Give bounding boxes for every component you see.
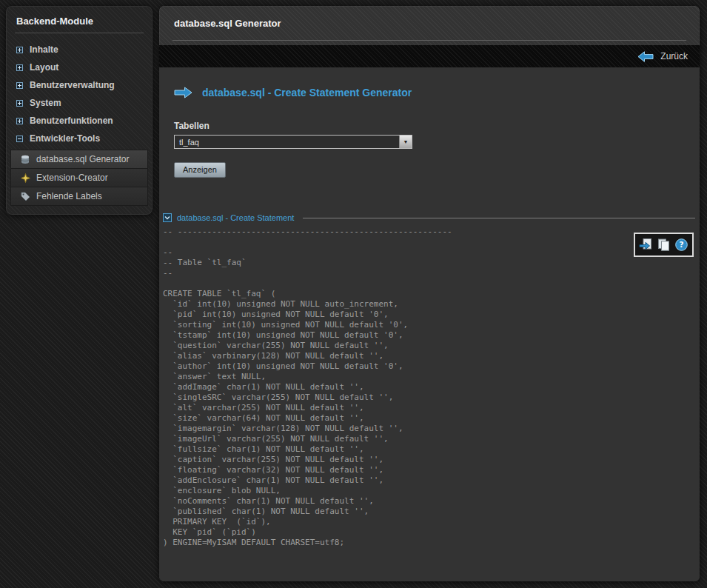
sidebar-item-label: Layout [30,62,58,73]
tables-select-value: tl_faq [175,136,399,148]
result-legend-row: database.sql - Create Statement [163,213,697,222]
sidebar-item-inhalte[interactable]: Inhalte [6,41,153,59]
main-panel: database.sql Generator Zurück database.s… [159,6,700,581]
sidebar-subnav: database.sql Generator Extension-Creator… [10,150,148,206]
expand-icon[interactable] [16,100,23,107]
sidebar-divider [15,33,144,33]
export-icon[interactable] [639,238,653,252]
sidebar-item-entwickler-tools[interactable]: Entwickler-Tools [6,130,153,147]
sidebar-item-layout[interactable]: Layout [6,59,153,76]
header-divider [172,40,686,41]
page-headline: database.sql - Create Statement Generato… [202,87,412,98]
page-title: database.sql Generator [174,18,281,29]
sidebar-item-label: Benutzerfunktionen [30,116,113,126]
code-toolbar: ? [634,233,694,257]
sidebar-item-benutzerfunktionen[interactable]: Benutzerfunktionen [6,112,153,130]
headline-row: database.sql - Create Statement Generato… [174,87,697,98]
arrow-right-icon [174,87,192,98]
sidebar-item-label: database.sql Generator [36,154,129,164]
back-link[interactable]: Zurück [660,51,688,61]
expand-icon[interactable] [16,64,23,71]
main-header: database.sql Generator [159,6,700,45]
back-arrow-icon[interactable] [637,51,654,62]
chevron-down-icon[interactable]: ▼ [399,136,412,148]
expand-icon[interactable] [16,47,23,53]
sidebar-item-label: Benutzerverwaltung [30,80,115,90]
main-content: database.sql - Create Statement Generato… [159,67,700,581]
section-toggle-icon[interactable] [163,213,172,222]
tag-icon [20,192,30,201]
result-fieldset: database.sql - Create Statement -- -----… [163,213,697,548]
sidebar-title: Backend-Module [6,6,153,33]
collapse-icon[interactable] [16,136,23,142]
sidebar-item-label: Inhalte [30,44,58,55]
expand-icon[interactable] [16,82,23,89]
sidebar-item-label: Extension-Creator [36,173,108,183]
expand-icon[interactable] [16,118,23,124]
sidebar-item-extension-creator[interactable]: Extension-Creator [10,168,148,187]
sidebar-item-system[interactable]: System [6,94,153,112]
sidebar-item-benutzerverwaltung[interactable]: Benutzerverwaltung [6,76,153,94]
show-button[interactable]: Anzeigen [174,162,226,178]
result-legend[interactable]: database.sql - Create Statement [177,213,294,222]
database-icon [20,155,30,164]
sql-output: -- -------------------------------------… [163,227,697,548]
sidebar-item-label: Fehlende Labels [36,191,102,201]
back-bar: Zurück [159,45,700,67]
sidebar-item-database-sql-generator[interactable]: database.sql Generator [10,150,148,168]
tables-label: Tabellen [174,121,697,131]
sidebar-item-fehlende-labels[interactable]: Fehlende Labels [10,187,148,206]
legend-rule [303,218,695,218]
sidebar-item-label: Entwickler-Tools [30,133,100,144]
svg-text:?: ? [679,240,683,249]
help-icon[interactable]: ? [674,238,688,252]
tables-select[interactable]: tl_faq ▼ [174,135,412,149]
sidebar: Backend-Module Inhalte Layout Benutzerve… [6,6,153,215]
copy-icon[interactable] [657,238,671,252]
wizard-icon [20,173,30,183]
sidebar-item-label: System [30,98,61,108]
